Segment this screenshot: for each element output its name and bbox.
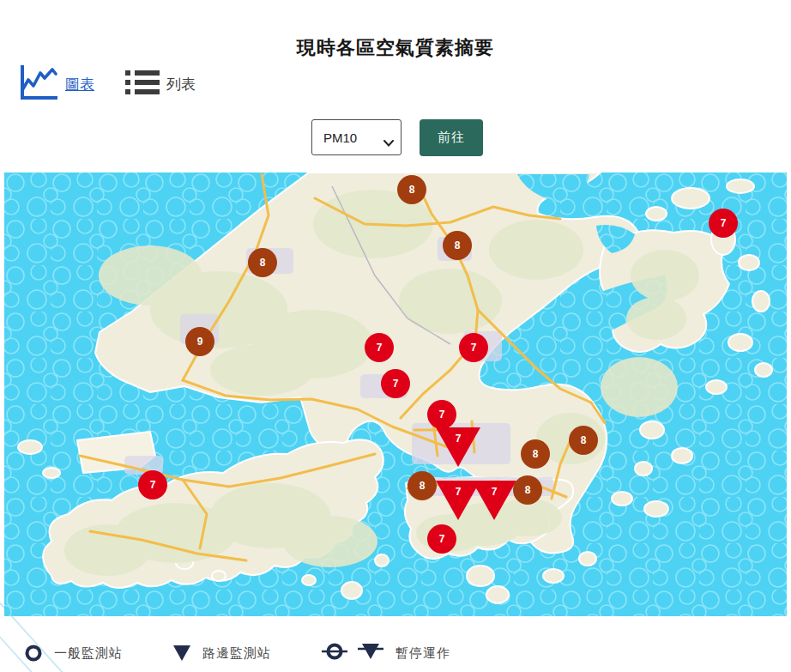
view-tabs: 圖表 列表	[19, 64, 196, 105]
general-station-marker[interactable]: 8	[443, 231, 472, 260]
legend-label-roadside: 路邊監測站	[202, 645, 271, 662]
tab-list-label: 列表	[166, 75, 196, 94]
legend-item-suspended: 暫停運作	[321, 642, 450, 664]
suspended-roadside-icon	[357, 642, 384, 664]
station-value: 7	[377, 342, 383, 354]
general-station-icon	[24, 644, 43, 663]
roadside-station-marker[interactable]: 7	[436, 481, 480, 520]
general-station-marker[interactable]: 8	[513, 475, 542, 505]
station-value: 8	[581, 434, 587, 446]
list-icon	[125, 68, 160, 100]
general-station-marker[interactable]: 8	[248, 248, 277, 277]
general-station-marker[interactable]: 7	[427, 400, 456, 429]
station-value: 8	[260, 257, 266, 269]
go-button[interactable]: 前往	[420, 119, 483, 156]
legend-label-suspended: 暫停運作	[396, 645, 450, 662]
general-station-marker[interactable]: 7	[459, 333, 488, 362]
station-value: 7	[456, 433, 462, 445]
station-value: 9	[197, 336, 203, 348]
station-value: 7	[439, 533, 445, 545]
map-legend: 一般監測站 路邊監測站	[24, 642, 500, 664]
legend-label-general: 一般監測站	[54, 645, 123, 662]
air-quality-summary-page: 現時各區空氣質素摘要 圖表 列表	[0, 0, 791, 672]
station-value: 7	[471, 342, 477, 354]
marker-layer: 888797777788787787	[4, 173, 787, 616]
station-value: 8	[525, 484, 531, 496]
general-station-marker[interactable]: 8	[408, 471, 437, 500]
station-value: 7	[393, 378, 399, 390]
station-value: 7	[439, 409, 445, 421]
general-station-marker[interactable]: 8	[521, 439, 550, 469]
legend-item-roadside: 路邊監測站	[172, 645, 271, 662]
pollutant-select-wrap: PM10	[311, 119, 402, 155]
roadside-station-marker[interactable]: 7	[472, 481, 516, 520]
station-value: 8	[409, 184, 415, 196]
general-station-marker[interactable]: 7	[365, 333, 394, 362]
roadside-station-icon	[172, 645, 191, 662]
general-station-marker[interactable]: 7	[381, 369, 410, 398]
map-controls: PM10 前往	[311, 119, 483, 156]
station-value: 7	[150, 479, 156, 491]
general-station-marker[interactable]: 7	[709, 209, 738, 238]
tab-list[interactable]: 列表	[125, 68, 196, 100]
legend-item-general: 一般監測站	[24, 644, 123, 663]
line-chart-icon	[19, 64, 58, 105]
station-value: 7	[721, 217, 727, 229]
station-value: 7	[456, 486, 462, 498]
general-station-marker[interactable]: 9	[185, 327, 214, 356]
general-station-marker[interactable]: 8	[397, 175, 426, 204]
general-station-marker[interactable]: 7	[138, 470, 167, 499]
pollutant-select[interactable]: PM10	[311, 119, 402, 155]
suspended-general-icon	[321, 642, 348, 664]
station-value: 7	[492, 486, 498, 498]
general-station-marker[interactable]: 8	[569, 426, 598, 455]
station-value: 8	[420, 480, 426, 492]
hong-kong-air-quality-map[interactable]: 888797777788787787	[4, 173, 787, 616]
roadside-station-marker[interactable]: 7	[436, 427, 480, 467]
page-title: 現時各區空氣質素摘要	[0, 35, 791, 61]
station-value: 8	[533, 448, 539, 460]
station-value: 8	[455, 239, 461, 251]
general-station-marker[interactable]: 7	[427, 524, 456, 554]
tab-chart-label: 圖表	[65, 75, 94, 94]
tab-chart[interactable]: 圖表	[19, 64, 94, 105]
